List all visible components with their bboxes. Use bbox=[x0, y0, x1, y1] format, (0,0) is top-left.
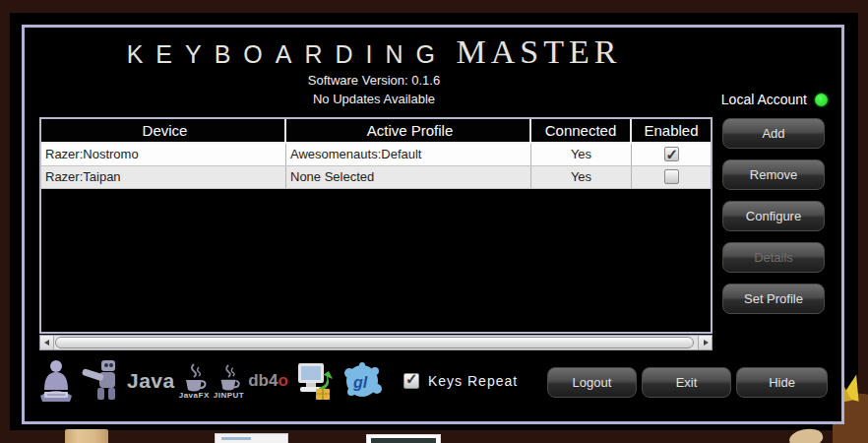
keyboard-guru-icon bbox=[34, 356, 78, 406]
software-version-text: Software Version: 0.1.6 bbox=[25, 73, 723, 88]
updates-status-text: No Updates Available bbox=[25, 92, 723, 106]
hide-button[interactable]: Hide bbox=[736, 367, 828, 398]
account-status-label: Local Account bbox=[721, 92, 807, 107]
online-status-icon bbox=[815, 94, 828, 106]
column-header-enabled[interactable]: Enabled bbox=[632, 119, 711, 142]
column-header-active-profile[interactable]: Active Profile bbox=[286, 119, 531, 142]
app-title-word1: KEYBOARDING bbox=[127, 40, 448, 68]
details-button[interactable]: Details bbox=[722, 242, 825, 273]
window-fragment-content bbox=[371, 438, 436, 443]
enabled-checkbox-unchecked-icon[interactable] bbox=[664, 169, 679, 184]
javafx-logo-text: JavaFX bbox=[179, 391, 210, 400]
java-logo-text: Java bbox=[127, 369, 175, 393]
configure-button[interactable]: Configure bbox=[722, 201, 825, 231]
db4o-logo-text-red: o bbox=[278, 371, 287, 390]
gl-logo-text: gl bbox=[352, 374, 368, 391]
table-row[interactable]: Razer:Taipan None Selected Yes bbox=[41, 166, 711, 189]
db4o-logo: db4o bbox=[248, 371, 288, 391]
app-title-word2: MASTER bbox=[456, 33, 621, 70]
table-row[interactable]: Razer:Nostromo Awesomenauts:Default Yes bbox=[41, 144, 711, 166]
scroll-left-arrow[interactable] bbox=[40, 336, 54, 349]
device-cell: Razer:Nostromo bbox=[41, 144, 286, 165]
javafx-logo: JavaFX bbox=[179, 362, 210, 400]
keys-repeat-checkbox-checked-icon[interactable] bbox=[403, 373, 419, 389]
connected-cell: Yes bbox=[531, 144, 632, 165]
keys-repeat-label: Keys Repeat bbox=[428, 373, 518, 389]
jinput-logo: JINPUT bbox=[214, 362, 244, 400]
active-profile-cell: Awesomenauts:Default bbox=[286, 144, 531, 165]
set-profile-button[interactable]: Set Profile bbox=[722, 284, 825, 314]
keys-repeat-control: Keys Repeat bbox=[403, 373, 518, 389]
java-logo: Java bbox=[127, 369, 175, 393]
table-header-row: Device Active Profile Connected Enabled bbox=[41, 119, 711, 144]
add-button[interactable]: Add bbox=[722, 118, 825, 149]
install-computer-icon bbox=[292, 357, 338, 405]
exit-button[interactable]: Exit bbox=[642, 367, 731, 398]
scroll-right-arrow[interactable] bbox=[698, 336, 712, 349]
credits-logo-strip: Java JavaFX JINPUT db4o bbox=[32, 354, 385, 408]
account-status: Local Account bbox=[721, 92, 828, 107]
table-horizontal-scrollbar bbox=[39, 335, 713, 350]
jinput-logo-text: JINPUT bbox=[214, 391, 244, 400]
remove-button[interactable]: Remove bbox=[722, 159, 825, 190]
enabled-cell bbox=[632, 166, 711, 188]
scrollbar-track[interactable] bbox=[54, 336, 698, 349]
connected-cell: Yes bbox=[531, 166, 632, 188]
active-profile-cell: None Selected bbox=[286, 166, 531, 188]
column-header-device[interactable]: Device bbox=[41, 119, 286, 142]
app-title: KEYBOARDING MASTER bbox=[25, 33, 723, 71]
keyboarding-master-window: KEYBOARDING MASTER Software Version: 0.1… bbox=[22, 25, 844, 424]
background-window-fragment[interactable] bbox=[366, 434, 441, 443]
robot-mascot-icon bbox=[82, 356, 123, 406]
logout-button[interactable]: Logout bbox=[547, 367, 637, 398]
device-table: Device Active Profile Connected Enabled … bbox=[39, 117, 713, 334]
enabled-cell bbox=[632, 144, 711, 165]
background-window-fragment[interactable] bbox=[215, 433, 288, 443]
enabled-checkbox-checked-icon[interactable] bbox=[664, 147, 679, 161]
scrollbar-thumb[interactable] bbox=[55, 337, 694, 348]
window-fragment-content bbox=[221, 437, 251, 440]
db4o-logo-text-gray: db4 bbox=[248, 371, 278, 390]
desktop-icon-box[interactable] bbox=[65, 429, 108, 443]
device-cell: Razer:Taipan bbox=[41, 166, 286, 188]
gl-splat-logo: gl bbox=[341, 359, 383, 403]
column-header-connected[interactable]: Connected bbox=[531, 119, 632, 142]
